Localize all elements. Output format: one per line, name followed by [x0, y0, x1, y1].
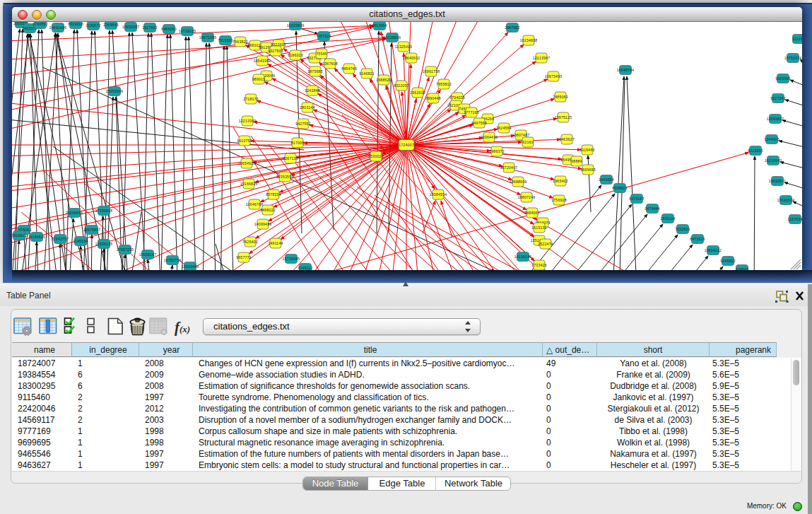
svg-text:1491144: 1491144 — [268, 241, 283, 245]
svg-text:9777169: 9777169 — [464, 110, 479, 115]
svg-text:17957255: 17957255 — [117, 247, 134, 252]
svg-text:15692971: 15692971 — [769, 179, 787, 183]
svg-text:20691406: 20691406 — [49, 25, 67, 30]
svg-text:7515536: 7515536 — [218, 38, 233, 42]
svg-text:1145194: 1145194 — [73, 239, 88, 243]
svg-text:7357224: 7357224 — [316, 34, 331, 38]
svg-text:11156829: 11156829 — [28, 235, 45, 239]
svg-text:75546: 75546 — [316, 52, 326, 56]
svg-text:12093822: 12093822 — [767, 117, 784, 121]
svg-text:6479197: 6479197 — [629, 197, 645, 201]
svg-text:7632621: 7632621 — [675, 227, 690, 231]
svg-text:2530029: 2530029 — [368, 154, 384, 158]
svg-text:3915912: 3915912 — [12, 233, 27, 238]
svg-text:10973493: 10973493 — [545, 74, 563, 78]
svg-text:9657771: 9657771 — [236, 255, 252, 259]
svg-text:1756928: 1756928 — [551, 198, 567, 202]
svg-text:19166825: 19166825 — [240, 182, 258, 186]
svg-text:18640910: 18640910 — [403, 56, 420, 60]
svg-text:1562615: 1562615 — [410, 90, 425, 95]
svg-text:15751074: 15751074 — [784, 56, 802, 60]
svg-text:19218506: 19218506 — [384, 35, 401, 40]
svg-text:8454749: 8454749 — [341, 66, 357, 71]
svg-text:12923466: 12923466 — [182, 264, 199, 269]
svg-text:1640954: 1640954 — [599, 177, 614, 182]
svg-text:6794028: 6794028 — [449, 95, 465, 100]
svg-text:12213369: 12213369 — [239, 119, 257, 123]
svg-text:16648784: 16648784 — [617, 68, 635, 72]
svg-text:9327509: 9327509 — [268, 49, 283, 53]
svg-text:14136141: 14136141 — [514, 255, 532, 259]
svg-text:1733426: 1733426 — [531, 263, 547, 267]
svg-text:8471626: 8471626 — [690, 237, 705, 241]
svg-text:9427552: 9427552 — [295, 122, 311, 126]
svg-text:3267130: 3267130 — [283, 156, 298, 160]
svg-text:9498222: 9498222 — [260, 208, 276, 212]
svg-text:1167534: 1167534 — [787, 217, 802, 221]
svg-text:9474444: 9474444 — [645, 206, 660, 211]
svg-text:19654923: 19654923 — [238, 161, 256, 165]
svg-text:1965402: 1965402 — [553, 179, 568, 183]
svg-text:20206556: 20206556 — [66, 211, 83, 215]
svg-text:10975857: 10975857 — [83, 228, 101, 232]
svg-text:1740552: 1740552 — [33, 22, 48, 26]
svg-text:1190072: 1190072 — [86, 23, 100, 28]
svg-text:16210643: 16210643 — [765, 158, 782, 163]
svg-text:9245652: 9245652 — [720, 259, 736, 263]
svg-text:817006: 817006 — [291, 141, 305, 145]
svg-text:1615132: 1615132 — [531, 226, 547, 230]
svg-text:9329966: 9329966 — [775, 76, 791, 81]
svg-text:989015: 989015 — [252, 77, 266, 81]
svg-text:20364436: 20364436 — [481, 135, 498, 139]
svg-text:16961758: 16961758 — [423, 69, 440, 74]
svg-text:9242848: 9242848 — [305, 88, 320, 93]
svg-text:8990448: 8990448 — [425, 96, 441, 100]
svg-text:2935114: 2935114 — [660, 216, 675, 221]
svg-text:1588520: 1588520 — [376, 78, 392, 82]
svg-text:974505: 974505 — [736, 267, 749, 270]
svg-text:9463627: 9463627 — [559, 137, 575, 141]
svg-text:7955812: 7955812 — [436, 82, 452, 86]
svg-text:13975125: 13975125 — [555, 115, 572, 119]
svg-text:12505135: 12505135 — [95, 242, 113, 246]
svg-text:9115460: 9115460 — [579, 148, 594, 152]
svg-text:3875685: 3875685 — [307, 69, 323, 74]
svg-text:12213967: 12213967 — [533, 56, 551, 60]
svg-text:9146821: 9146821 — [359, 71, 375, 76]
svg-text:10688609: 10688609 — [510, 180, 527, 184]
svg-text:1527602: 1527602 — [142, 25, 158, 30]
svg-text:7485063: 7485063 — [553, 95, 568, 99]
svg-text:2718176: 2718176 — [243, 97, 259, 101]
svg-text:11325419: 11325419 — [395, 45, 412, 49]
svg-text:14099489: 14099489 — [254, 222, 272, 226]
svg-text:10719155: 10719155 — [179, 29, 196, 33]
svg-text:2687682: 2687682 — [505, 25, 520, 30]
svg-text:3624554: 3624554 — [496, 126, 512, 130]
svg-text:16782759: 16782759 — [164, 258, 182, 262]
svg-text:10046788: 10046788 — [246, 202, 264, 206]
svg-text:2269646: 2269646 — [103, 23, 119, 27]
svg-text:7986372: 7986372 — [489, 149, 505, 153]
svg-text:16543382: 16543382 — [254, 59, 271, 63]
svg-text:8938923: 8938923 — [612, 186, 628, 190]
svg-text:16154808: 16154808 — [520, 38, 538, 42]
svg-text:7663822: 7663822 — [233, 40, 248, 44]
svg-text:25053346: 25053346 — [106, 89, 124, 93]
svg-text:2367608: 2367608 — [322, 62, 338, 66]
svg-text:16033809: 16033809 — [287, 23, 305, 28]
svg-text:15720407: 15720407 — [500, 165, 518, 170]
svg-text:17016504: 17016504 — [777, 198, 795, 202]
svg-text:10653287: 10653287 — [122, 25, 140, 29]
svg-text:9346112: 9346112 — [298, 266, 312, 270]
svg-text:62160: 62160 — [522, 140, 533, 144]
svg-text:18807249: 18807249 — [518, 195, 536, 199]
svg-text:12353594: 12353594 — [276, 175, 294, 179]
svg-text:3684067: 3684067 — [524, 211, 540, 215]
svg-text:9227342: 9227342 — [770, 96, 786, 100]
svg-text:6466160: 6466160 — [161, 27, 177, 31]
svg-text:2803144: 2803144 — [300, 105, 315, 110]
svg-text:15716485: 15716485 — [283, 257, 300, 261]
svg-text:6497568: 6497568 — [471, 121, 487, 125]
svg-text:10807487: 10807487 — [512, 133, 530, 137]
svg-text:8578334: 8578334 — [266, 192, 281, 197]
